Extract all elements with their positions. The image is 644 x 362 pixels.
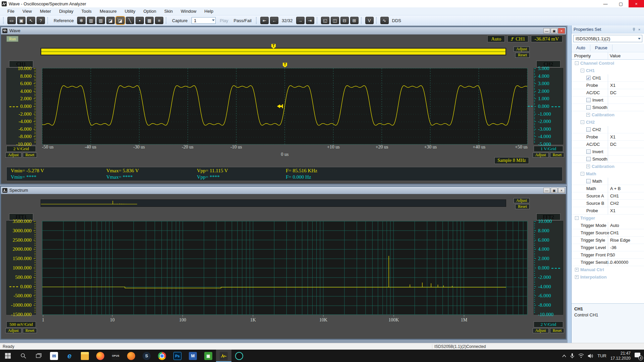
task-view-icon[interactable] (31, 350, 46, 362)
maximize-icon[interactable]: ▢ (613, 0, 629, 7)
pause-button[interactable]: Pause (590, 45, 612, 51)
tile-grid-icon[interactable]: ⊞ (350, 17, 359, 24)
property-value[interactable]: X1 (608, 82, 644, 89)
wave-minimize-icon[interactable]: — (543, 28, 550, 34)
capture-select[interactable]: 1 (192, 17, 216, 24)
menu-item[interactable]: Meter (36, 8, 55, 15)
menu-item[interactable]: Skin (160, 8, 177, 15)
language-indicator[interactable]: TUR (597, 353, 606, 358)
property-value[interactable]: 0.400000 (608, 259, 644, 266)
pin-icon[interactable] (631, 27, 637, 32)
property-value[interactable] (608, 97, 644, 104)
open-file-icon[interactable]: ▭ (7, 17, 16, 24)
channel-setup-icon[interactable]: ✻ (77, 17, 86, 24)
checkbox[interactable] (586, 149, 591, 154)
voltmeter-button[interactable]: V (365, 17, 374, 24)
property-value[interactable]: DC (608, 141, 644, 148)
color-settings-icon[interactable]: ▦ (145, 17, 154, 24)
taskbar-app-m[interactable]: M (185, 350, 201, 362)
menu-item[interactable]: Option (139, 8, 160, 15)
property-value[interactable] (608, 148, 644, 156)
bar-columns-icon[interactable]: ▥ (87, 17, 95, 24)
property-value[interactable]: CH1 (608, 229, 644, 237)
property-value[interactable]: X1 (608, 207, 644, 215)
spectrum-restore-icon[interactable]: ▣ (551, 188, 557, 193)
menu-item[interactable]: File (3, 8, 18, 15)
close-icon[interactable]: × (629, 0, 644, 7)
property-value[interactable]: -36 (608, 244, 644, 251)
expand-collapse-icon[interactable]: - (575, 216, 579, 220)
speaker-icon[interactable] (588, 354, 593, 358)
menu-item[interactable]: Window (177, 8, 200, 15)
checkbox[interactable]: ✓ (586, 76, 591, 80)
checkbox[interactable] (586, 105, 591, 110)
taskbar-app-chrome[interactable] (154, 350, 170, 362)
spectrum-scroll-reset-button[interactable]: Reset (515, 204, 530, 209)
trigger-time-marker[interactable]: T (283, 63, 287, 67)
property-value[interactable]: CH2 (608, 200, 644, 207)
menu-item[interactable]: Display (55, 8, 77, 15)
wave-scroll-reset-button[interactable]: Reset (515, 53, 530, 58)
dds-icon[interactable]: ∿ (380, 17, 389, 24)
fill-style-icon[interactable]: ▪ (136, 17, 144, 24)
property-value[interactable] (608, 104, 644, 111)
wave-pan-scrollbar[interactable]: T (41, 48, 506, 55)
panel-splitter[interactable] (568, 25, 571, 343)
trigger-position-marker[interactable]: T (271, 44, 276, 49)
trigger-source-badge[interactable]: CH1 (507, 36, 528, 42)
wave-close-icon[interactable]: × (558, 28, 565, 34)
trigger-mode-badge[interactable]: Auto (487, 36, 505, 42)
checkbox[interactable] (586, 127, 591, 132)
wifi-icon[interactable] (578, 354, 584, 358)
next-capture-icon[interactable]: → (296, 17, 305, 24)
passfail-button[interactable]: Pass/Fail (231, 17, 254, 24)
cursor-icon[interactable]: ↖ (27, 17, 35, 24)
expand-collapse-icon[interactable]: + (575, 275, 579, 279)
fft2-adjust-button[interactable]: Adjust (533, 328, 549, 333)
taskbar-app-opus[interactable]: OPUS (108, 350, 123, 362)
save-screen-icon[interactable]: ▣ (17, 17, 25, 24)
spectrum-pan-scrollbar[interactable] (41, 199, 506, 207)
microphone-icon[interactable] (570, 353, 574, 359)
property-value[interactable]: X1 (608, 133, 644, 141)
persist-display-selected-icon[interactable]: ◪ (116, 17, 124, 24)
spectrum-minimize-icon[interactable]: — (543, 188, 550, 193)
persist-display-icon[interactable]: ◪ (106, 17, 115, 24)
expand-collapse-icon[interactable]: + (586, 165, 590, 168)
spectrum-window-titlebar[interactable]: Spectrum — ▣ × (1, 187, 566, 194)
taskbar-app-edge[interactable]: e (62, 350, 77, 362)
wave-scroll-adjust-button[interactable]: Adjust (514, 47, 530, 52)
clock[interactable]: 21:47 17.12.2020 (610, 351, 631, 361)
expand-collapse-icon[interactable]: + (575, 268, 579, 272)
tile-vertical-icon[interactable]: ◫ (331, 17, 339, 24)
run-button[interactable]: Run (6, 36, 18, 42)
panel-close-icon[interactable]: × (637, 27, 642, 32)
cascade-windows-icon[interactable]: ◱ (321, 17, 329, 24)
property-value[interactable]: DC (608, 89, 644, 97)
property-value[interactable]: 50 (608, 251, 644, 259)
taskbar-app-green[interactable]: ▣ (201, 350, 216, 362)
property-value[interactable] (608, 156, 644, 163)
taskbar-app-steam[interactable]: S (139, 350, 154, 362)
checkbox[interactable] (586, 179, 591, 183)
play-button[interactable]: Play (217, 17, 231, 24)
spectrum-plot[interactable] (42, 221, 528, 315)
expand-collapse-icon[interactable]: - (575, 61, 579, 65)
taskbar-app-dark-circle[interactable] (231, 350, 247, 362)
minimize-icon[interactable]: — (598, 0, 613, 7)
expand-collapse-icon[interactable]: - (581, 120, 584, 124)
auto-button[interactable]: Auto (572, 45, 590, 51)
checkbox[interactable] (586, 157, 591, 161)
wave-plot[interactable] (42, 68, 528, 144)
fft2-reset-button[interactable]: Reset (550, 328, 565, 333)
property-value[interactable]: A + B (608, 185, 644, 192)
menu-item[interactable]: Help (200, 8, 217, 15)
search-icon[interactable] (15, 350, 31, 362)
ch2-adjust-button[interactable]: Adjust (533, 153, 549, 158)
menu-item[interactable]: Tools (77, 8, 96, 15)
ch1-adjust-button[interactable]: Adjust (5, 153, 21, 158)
ch1-reset-button[interactable]: Reset (23, 153, 37, 158)
line-style-icon[interactable]: ╲ (126, 17, 134, 24)
help-icon[interactable]: ? (37, 17, 45, 24)
menu-item[interactable]: Measure (96, 8, 121, 15)
